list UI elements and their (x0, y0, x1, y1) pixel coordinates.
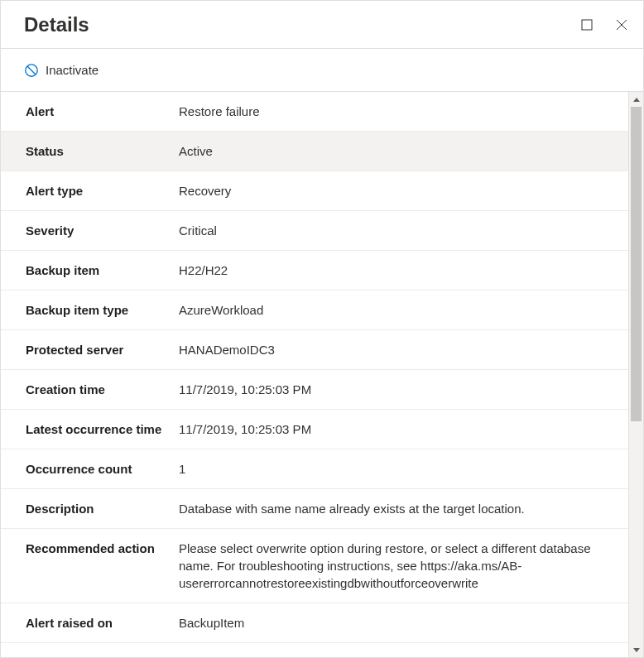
detail-value: 11/7/2019, 10:25:03 PM (179, 410, 628, 449)
detail-value: BackupItem (179, 603, 628, 643)
window-title: Details (24, 13, 89, 36)
window-controls (579, 17, 630, 33)
scrollbar-down-arrow[interactable] (629, 642, 643, 657)
detail-row: Alert raised onBackupItem (1, 603, 628, 643)
detail-value: Active (179, 132, 628, 171)
detail-row: Protected serverHANADemoIDC3 (1, 330, 628, 370)
inactivate-icon (24, 63, 39, 78)
detail-label: Recommended action (1, 529, 179, 603)
detail-row: SeverityCritical (1, 211, 628, 251)
detail-label: Alert raised on (1, 603, 179, 643)
detail-value: 11/7/2019, 10:25:03 PM (179, 370, 628, 410)
content-area: AlertRestore failureStatusActiveAlert ty… (1, 92, 628, 657)
detail-label: Description (1, 489, 179, 529)
close-icon (616, 19, 627, 31)
detail-row: Latest occurrence time11/7/2019, 10:25:0… (1, 410, 628, 449)
detail-value: Recovery (179, 171, 628, 211)
inactivate-button[interactable]: Inactivate (24, 63, 99, 78)
chevron-down-icon (633, 648, 640, 652)
details-table: AlertRestore failureStatusActiveAlert ty… (1, 92, 628, 643)
detail-label: Occurrence count (1, 449, 179, 489)
detail-label: Alert type (1, 171, 179, 211)
detail-row: DescriptionDatabase with same name alrea… (1, 489, 628, 529)
scrollbar-up-arrow[interactable] (629, 92, 643, 107)
chevron-up-icon (633, 98, 640, 102)
toolbar: Inactivate (1, 49, 643, 92)
detail-value: Please select overwrite option during re… (179, 529, 628, 603)
detail-label: Backup item (1, 251, 179, 291)
titlebar: Details (1, 1, 643, 49)
close-button[interactable] (613, 17, 630, 33)
detail-label: Severity (1, 211, 179, 251)
detail-label: Alert (1, 92, 179, 132)
detail-row: StatusActive (1, 132, 628, 171)
detail-value: Critical (179, 211, 628, 251)
detail-label: Status (1, 132, 179, 171)
detail-label: Backup item type (1, 291, 179, 330)
detail-value: HANADemoIDC3 (179, 330, 628, 370)
detail-value: AzureWorkload (179, 291, 628, 330)
maximize-icon (581, 19, 593, 31)
detail-value: 1 (179, 449, 628, 489)
detail-label: Protected server (1, 330, 179, 370)
svg-line-4 (27, 66, 36, 74)
detail-value: H22/H22 (179, 251, 628, 291)
detail-row: Creation time11/7/2019, 10:25:03 PM (1, 370, 628, 410)
detail-value: Restore failure (179, 92, 628, 132)
detail-label: Latest occurrence time (1, 410, 179, 449)
detail-row: Backup item typeAzureWorkload (1, 291, 628, 330)
scrollbar-thumb[interactable] (631, 107, 642, 421)
detail-row: AlertRestore failure (1, 92, 628, 132)
inactivate-label: Inactivate (46, 63, 99, 77)
maximize-button[interactable] (579, 17, 595, 33)
detail-row: Recommended actionPlease select overwrit… (1, 529, 628, 603)
svg-rect-0 (582, 20, 592, 30)
detail-value: Database with same name already exists a… (179, 489, 628, 529)
detail-label: Creation time (1, 370, 179, 410)
content-wrapper: AlertRestore failureStatusActiveAlert ty… (1, 92, 643, 657)
details-window: Details Inactivate (0, 0, 644, 658)
detail-row: Backup itemH22/H22 (1, 251, 628, 291)
vertical-scrollbar[interactable] (628, 92, 643, 657)
detail-row: Alert typeRecovery (1, 171, 628, 211)
detail-row: Occurrence count1 (1, 449, 628, 489)
